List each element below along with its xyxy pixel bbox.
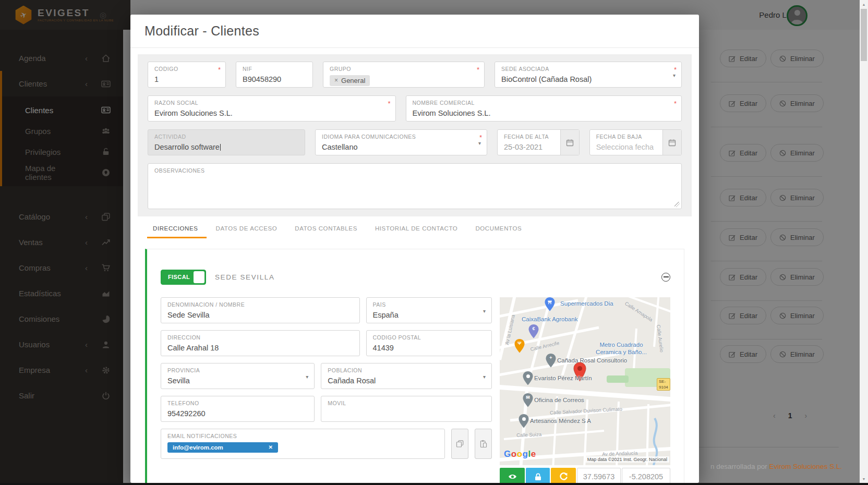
razon-social-value: Evirom Soluciones S.L. — [154, 109, 389, 118]
pais-select[interactable]: PAÍS España — [366, 297, 492, 323]
email-notificaciones-label: EMAIL NOTIFICACIONES — [167, 433, 438, 439]
pais-value: España — [373, 311, 485, 320]
grupo-tag: General — [330, 75, 370, 86]
tab-direcciones[interactable]: DIRECCIONES — [153, 225, 198, 238]
direccion-label: DIRECCIÓN — [167, 335, 353, 341]
idioma-select[interactable]: IDIOMA PARA COMUNICACIONES Castellano * — [315, 129, 487, 155]
nif-label: NIF — [243, 66, 306, 72]
app-window: EVIGEST FACTURACIÓN Y CONTABILIDAD EN LA… — [0, 0, 868, 485]
observaciones-textarea[interactable]: OBSERVACIONES — [148, 163, 682, 209]
fecha-alta-field[interactable]: FECHA DE ALTA 25-03-2021 — [497, 129, 580, 155]
nif-field[interactable]: NIF B90458290 — [236, 62, 313, 88]
razon-social-label: RAZÓN SOCIAL — [154, 100, 389, 106]
movil-field[interactable]: MÓVIL — [321, 396, 492, 422]
calendar-button[interactable] — [560, 130, 579, 155]
map-street-label: Calle Suiza — [516, 431, 541, 438]
codigo-postal-field[interactable]: CÓDIGO POSTAL 41439 — [366, 330, 492, 356]
place-pin-icon — [523, 371, 533, 385]
refresh-coordinates-button[interactable] — [551, 468, 576, 483]
map-controls: 37.59673 -5.208205 — [500, 468, 670, 483]
scrollbar-down-arrow[interactable] — [860, 475, 868, 483]
bank-pin-icon: € — [528, 324, 539, 338]
scrollbar-thumb[interactable] — [861, 9, 867, 61]
remove-tag-icon[interactable] — [334, 77, 338, 84]
window-bottom-edge — [0, 483, 868, 485]
actividad-value: Desarrollo software — [154, 143, 220, 151]
direccion-value: Calle Arahal 18 — [167, 344, 353, 353]
provincia-value: Sevilla — [167, 377, 308, 385]
google-map[interactable]: Supermercados Dia CaixaBank Agrobank € A… — [500, 297, 670, 465]
nombre-comercial-value: Evirom Soluciones S.L. — [413, 109, 675, 118]
tab-historial-de-contacto[interactable]: HISTORIAL DE CONTACTO — [375, 225, 458, 238]
required-asterisk: * — [674, 100, 677, 107]
copy-icon — [456, 440, 464, 448]
direccion-title: SEDE SEVILLA — [215, 273, 275, 281]
footer-credit-text: n desarrollada por — [710, 463, 769, 470]
page-scrollbar[interactable] — [860, 0, 868, 483]
show-map-button[interactable] — [500, 468, 525, 483]
fiscal-toggle-label: FISCAL — [168, 274, 190, 280]
denominacion-value: Sede Sevilla — [167, 311, 353, 320]
toggle-knob — [194, 271, 204, 283]
email-notificaciones-field[interactable]: EMAIL NOTIFICACIONES info@evirom.com — [161, 429, 445, 459]
longitude-input[interactable]: -5.208205 — [622, 468, 670, 483]
latitude-input[interactable]: 37.59673 — [577, 468, 621, 483]
direccion-field[interactable]: DIRECCIÓN Calle Arahal 18 — [161, 330, 360, 356]
email-tag-label: info@evirom.com — [173, 444, 223, 451]
required-asterisk: * — [477, 66, 479, 74]
provincia-select[interactable]: PROVINCIA Sevilla — [161, 363, 315, 389]
google-logo: Google — [504, 449, 536, 459]
razon-social-field[interactable]: RAZÓN SOCIAL Evirom Soluciones S.L. * — [148, 95, 396, 122]
nombre-comercial-label: NOMBRE COMERCIAL — [413, 100, 675, 106]
denominacion-field[interactable]: DENOMINACIÓN / NOMBRE Sede Sevilla — [161, 297, 360, 323]
dialog-title: Modificar - Clientes — [130, 15, 699, 48]
fiscal-toggle[interactable]: FISCAL — [161, 270, 206, 285]
tab-datos-contables[interactable]: DATOS CONTABLES — [295, 225, 357, 238]
calendar-button[interactable] — [662, 130, 681, 155]
resize-handle-icon[interactable] — [674, 202, 680, 207]
idioma-label: IDIOMA PARA COMUNICACIONES — [322, 134, 480, 140]
chevron-down-icon[interactable] — [483, 374, 486, 380]
telefono-value: 954292260 — [167, 409, 308, 418]
map-poi-label: Cañada Rosal Consultorio — [557, 357, 627, 363]
fecha-baja-field[interactable]: FECHA DE BAJA Selecciona fecha — [589, 129, 682, 155]
map-poi-label: Supermercados Dia — [560, 300, 613, 307]
collapse-minus-icon[interactable] — [661, 273, 670, 282]
map-attribution: Map data ©2021 Inst. Geogr. Nacional — [585, 456, 669, 463]
required-asterisk: * — [218, 66, 221, 74]
footer-credit: n desarrollada por Evirom Soluciones S.L… — [710, 463, 842, 470]
nombre-comercial-field[interactable]: NOMBRE COMERCIAL Evirom Soluciones S.L. … — [406, 95, 682, 122]
copy-button[interactable] — [451, 429, 468, 459]
footer-credit-link[interactable]: Evirom Soluciones S.L. — [769, 463, 842, 470]
telefono-field[interactable]: TELÉFONO 954292260 — [161, 396, 315, 422]
dialog-body: CÓDIGO 1 * NIF B90458290 GRUPO General * — [130, 48, 699, 483]
modificar-clientes-dialog: Modificar - Clientes CÓDIGO 1 * NIF B904… — [130, 15, 699, 483]
map-column: Supermercados Dia CaixaBank Agrobank € A… — [500, 297, 670, 483]
sede-asociada-select[interactable]: SEDE ASOCIADA BioControl (Cañada Rosal) … — [495, 62, 682, 88]
scrollbar-up-arrow[interactable] — [860, 0, 868, 8]
chevron-down-icon[interactable] — [483, 308, 486, 314]
grupo-label: GRUPO — [330, 66, 478, 72]
telefono-label: TELÉFONO — [167, 401, 308, 406]
remove-tag-icon[interactable] — [269, 444, 273, 450]
chevron-down-icon[interactable] — [478, 140, 481, 146]
map-poi-label: Artesanos Méndez S A — [530, 418, 591, 424]
lock-coordinates-button[interactable] — [526, 468, 550, 483]
clinic-pin-icon: + — [546, 354, 556, 368]
actividad-field[interactable]: ACTIVIDAD Desarrollo software — [148, 129, 305, 155]
tab-datos-de-acceso[interactable]: DATOS DE ACCESO — [215, 225, 277, 238]
codigo-field[interactable]: CÓDIGO 1 * — [148, 62, 226, 88]
calendar-icon — [668, 139, 676, 147]
map-poi-label: CaixaBank Agrobank — [522, 316, 577, 322]
chevron-down-icon[interactable] — [673, 72, 676, 78]
direccion-fields: DENOMINACIÓN / NOMBRE Sede Sevilla PAÍS … — [161, 297, 492, 459]
required-asterisk: * — [388, 100, 390, 107]
chevron-down-icon[interactable] — [306, 374, 308, 380]
poblacion-select[interactable]: POBLACIÓN Cañada Rosal — [321, 363, 492, 389]
paste-button[interactable] — [475, 429, 492, 459]
grupo-field[interactable]: GRUPO General * — [323, 62, 485, 88]
map-park-area — [607, 375, 629, 383]
map-poi-label: Evaristo Pérez Martín — [534, 375, 592, 381]
tab-documentos[interactable]: DOCUMENTOS — [475, 225, 522, 238]
poblacion-value: Cañada Rosal — [328, 377, 485, 385]
